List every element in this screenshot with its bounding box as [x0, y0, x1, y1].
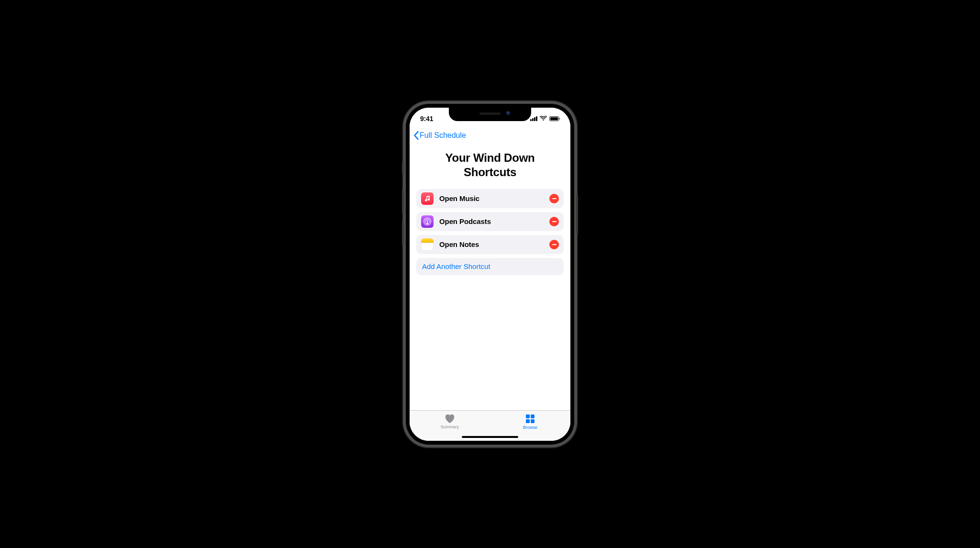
shortcut-row[interactable]: Open Podcasts [416, 212, 564, 231]
notch [449, 108, 531, 121]
nav-bar: Full Schedule [410, 127, 570, 144]
power-button [576, 195, 578, 234]
tab-label: Summary [441, 425, 459, 429]
shortcut-label: Open Podcasts [439, 217, 549, 225]
status-right [530, 113, 560, 121]
volume-down-button [402, 221, 404, 246]
notes-app-icon [421, 238, 434, 251]
remove-button[interactable] [549, 240, 559, 249]
back-label: Full Schedule [420, 131, 466, 140]
remove-button[interactable] [549, 194, 559, 203]
podcasts-app-icon [421, 215, 434, 228]
svg-rect-5 [526, 419, 530, 423]
shortcut-label: Open Notes [439, 240, 549, 248]
battery-icon [549, 116, 560, 121]
svg-rect-4 [531, 414, 535, 418]
device-frame: 9:41 [406, 104, 574, 445]
wifi-icon [540, 116, 547, 121]
svg-point-2 [426, 220, 428, 222]
tab-label: Browse [523, 425, 537, 430]
volume-up-button [402, 189, 404, 214]
remove-button[interactable] [549, 217, 559, 226]
svg-rect-6 [531, 419, 535, 423]
svg-rect-3 [526, 414, 530, 418]
iphone-mockup: 9:41 [406, 104, 574, 445]
back-button[interactable]: Full Schedule [413, 131, 466, 140]
shortcut-row[interactable]: Open Music [416, 189, 564, 208]
status-time: 9:41 [420, 112, 433, 123]
shortcut-label: Open Music [439, 194, 549, 202]
front-camera [506, 111, 511, 115]
app-content: Full Schedule Your Wind Down Shortcuts O… [410, 108, 570, 441]
add-label: Add Another Shortcut [422, 262, 490, 270]
shortcut-list: Open Music Open Podcasts [410, 189, 570, 275]
page-title: Your Wind Down Shortcuts [421, 151, 559, 179]
shortcut-row[interactable]: Open Notes [416, 235, 564, 254]
chevron-left-icon [413, 131, 419, 140]
home-indicator[interactable] [462, 436, 518, 438]
grid-icon [525, 414, 535, 424]
speaker-grille [479, 112, 501, 115]
music-app-icon [421, 192, 434, 205]
screen: 9:41 [410, 108, 570, 441]
heart-icon [444, 414, 456, 424]
mute-switch [402, 161, 404, 175]
cellular-signal-icon [530, 116, 537, 121]
add-another-shortcut-button[interactable]: Add Another Shortcut [416, 258, 564, 275]
